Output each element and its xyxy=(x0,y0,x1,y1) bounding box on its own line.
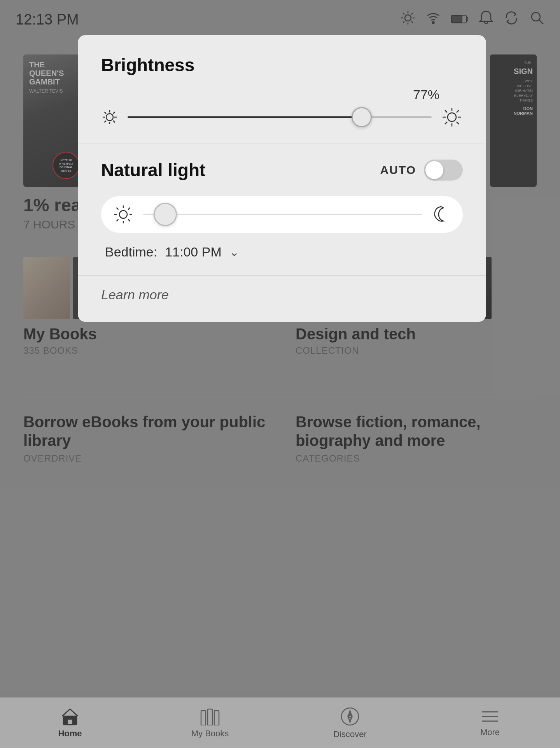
svg-line-20 xyxy=(113,121,115,123)
svg-point-23 xyxy=(448,113,456,121)
sun-small-icon xyxy=(101,109,118,126)
brightness-slider-row xyxy=(101,106,463,128)
svg-line-39 xyxy=(128,208,130,210)
brightness-slider-fill xyxy=(128,116,362,118)
natural-light-section: Natural light AUTO xyxy=(78,144,486,276)
natural-light-title: Natural light xyxy=(101,160,205,181)
auto-toggle-group: AUTO xyxy=(380,160,463,181)
svg-line-28 xyxy=(445,110,447,112)
svg-line-30 xyxy=(457,110,459,112)
brightness-slider-track[interactable] xyxy=(128,116,432,118)
sun-warm-icon xyxy=(113,204,134,225)
moon-icon xyxy=(432,205,451,224)
svg-line-31 xyxy=(445,122,447,124)
svg-line-19 xyxy=(105,112,107,114)
warm-light-slider[interactable] xyxy=(101,196,463,233)
bedtime-label: Bedtime: xyxy=(105,244,157,260)
bedtime-chevron-icon[interactable]: ⌄ xyxy=(229,245,239,259)
bedtime-row: Bedtime: 11:00 PM ⌄ xyxy=(101,244,463,260)
brightness-slider-thumb[interactable] xyxy=(352,107,372,127)
learn-more-section: Learn more xyxy=(78,276,486,322)
svg-line-22 xyxy=(105,121,107,123)
auto-label: AUTO xyxy=(380,163,416,177)
natural-light-header: Natural light AUTO xyxy=(101,160,463,181)
brightness-section: Brightness 77% xyxy=(78,35,486,144)
svg-line-37 xyxy=(117,208,119,210)
svg-line-21 xyxy=(113,112,115,114)
learn-more-link[interactable]: Learn more xyxy=(101,287,169,302)
svg-line-38 xyxy=(128,219,130,221)
warm-slider-track[interactable] xyxy=(143,214,422,215)
brightness-percent: 77% xyxy=(101,87,463,102)
natural-light-toggle[interactable] xyxy=(424,160,463,181)
warm-slider-thumb[interactable] xyxy=(154,203,177,226)
svg-point-32 xyxy=(119,211,127,218)
brightness-slider-container: 77% xyxy=(101,87,463,128)
brightness-heading: Brightness xyxy=(101,54,463,76)
svg-line-29 xyxy=(457,122,459,124)
sun-large-icon xyxy=(441,106,463,128)
svg-line-40 xyxy=(117,219,119,221)
svg-point-14 xyxy=(106,114,113,121)
brightness-panel: Brightness 77% xyxy=(78,35,486,322)
bedtime-value[interactable]: 11:00 PM xyxy=(165,244,222,260)
